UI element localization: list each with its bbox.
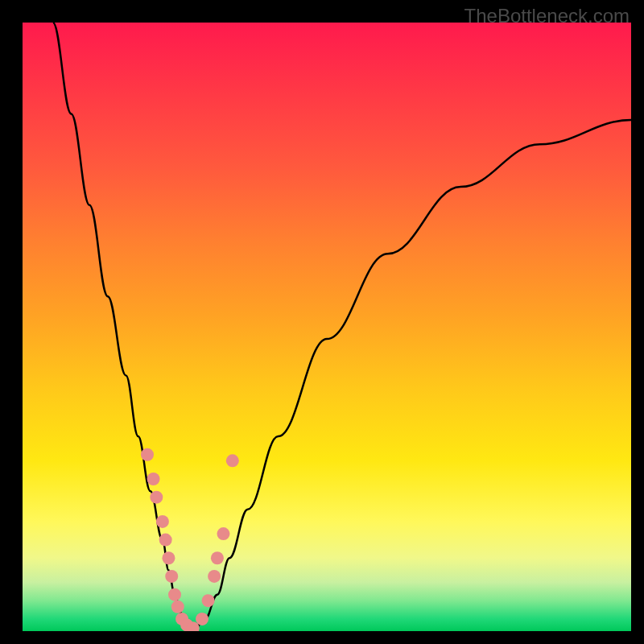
data-marker	[171, 601, 184, 613]
data-marker	[202, 594, 215, 607]
data-markers-layer	[23, 23, 631, 631]
data-marker	[168, 588, 181, 601]
data-marker	[226, 454, 239, 467]
data-marker	[217, 527, 229, 540]
data-marker	[165, 570, 178, 583]
data-marker	[211, 551, 224, 564]
watermark: TheBottleneck.com	[464, 5, 630, 27]
data-marker	[162, 551, 175, 564]
data-marker	[150, 491, 163, 504]
data-marker	[156, 515, 169, 528]
data-marker	[147, 473, 160, 485]
data-marker	[208, 570, 221, 583]
data-marker	[141, 448, 154, 461]
data-marker	[159, 534, 172, 547]
data-marker	[196, 613, 208, 625]
